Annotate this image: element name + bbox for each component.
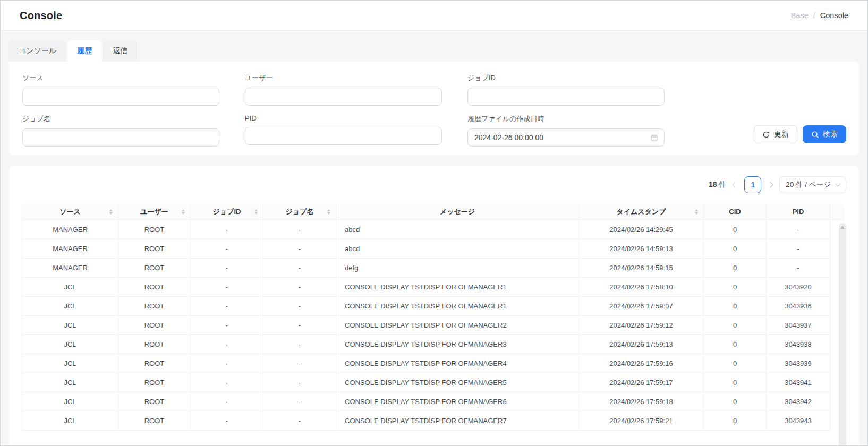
- column-header-6[interactable]: タイムスタンプ: [579, 203, 704, 220]
- cell: 2024/02/26 17:59:13: [579, 335, 704, 354]
- column-header-5: メッセージ: [336, 203, 579, 220]
- cell: -: [767, 239, 830, 259]
- refresh-button[interactable]: 更新: [754, 125, 797, 143]
- column-header-3[interactable]: ジョブID: [191, 203, 263, 220]
- column-header-1[interactable]: ソース: [22, 203, 118, 220]
- cell: MANAGER: [22, 220, 118, 239]
- job-id-label: ジョブID: [467, 73, 665, 83]
- table-row: JCLROOT--CONSOLE DISPLAY TSTDISP FOR OFM…: [22, 278, 845, 297]
- chevron-right-icon: [768, 182, 773, 187]
- cell: JCL: [22, 354, 118, 373]
- cell: ROOT: [118, 316, 191, 335]
- cell: 2024/02/26 17:58:10: [579, 278, 704, 297]
- cell: 0: [704, 297, 767, 316]
- vertical-scrollbar[interactable]: [839, 223, 846, 446]
- table-row: JCLROOT--CONSOLE DISPLAY TSTDISP FOR OFM…: [22, 335, 845, 354]
- breadcrumb-item-base[interactable]: Base: [791, 11, 809, 20]
- cell: ROOT: [118, 373, 191, 392]
- filter-field-job-id: ジョブID: [467, 73, 665, 106]
- next-page-button[interactable]: [768, 183, 772, 187]
- sort-icon[interactable]: [695, 209, 698, 215]
- cell: defg: [336, 259, 579, 278]
- cell: ROOT: [118, 411, 191, 431]
- search-button[interactable]: 検索: [803, 125, 846, 143]
- total-count: 18 件: [709, 180, 726, 190]
- search-button-label: 検索: [823, 130, 838, 139]
- history-date-input[interactable]: 2024-02-26 00:00:00: [467, 128, 665, 147]
- cell: CONSOLE DISPLAY TSTDISP FOR OFMANAGER1: [336, 297, 579, 316]
- source-input[interactable]: [22, 88, 219, 106]
- job-id-input[interactable]: [467, 88, 665, 106]
- sort-icon[interactable]: [109, 209, 113, 215]
- cell: CONSOLE DISPLAY TSTDISP FOR OFMANAGER5: [336, 373, 579, 392]
- pagination: 18 件 1 20 件 / ページ: [22, 176, 846, 193]
- scrollbar-spacer-header: [830, 203, 845, 220]
- cell: JCL: [22, 373, 118, 392]
- cell: JCL: [22, 316, 118, 335]
- cell: 0: [704, 411, 767, 431]
- cell: JCL: [22, 411, 118, 431]
- filter-field-job-name: ジョブ名: [22, 114, 219, 147]
- cell: ROOT: [118, 335, 191, 354]
- refresh-button-label: 更新: [774, 130, 789, 139]
- cell: ROOT: [118, 278, 191, 297]
- reload-icon: [762, 131, 770, 139]
- cell: -: [263, 373, 336, 392]
- tab-history[interactable]: 履歴: [67, 40, 101, 62]
- column-label: CID: [729, 208, 741, 216]
- table-row: MANAGERROOT--abcd2024/02/26 14:29:450-: [22, 220, 845, 239]
- cell: 3043937: [767, 316, 830, 335]
- sort-icon[interactable]: [327, 209, 330, 215]
- cell: abcd: [336, 239, 579, 259]
- tab-console[interactable]: コンソール: [9, 40, 66, 62]
- cell: 3043943: [767, 411, 830, 431]
- filter-field-user: ユーザー: [245, 73, 442, 106]
- cell: 2024/02/26 17:59:21: [579, 411, 704, 431]
- cell: CONSOLE DISPLAY TSTDISP FOR OFMANAGER4: [336, 354, 579, 373]
- pid-input[interactable]: [245, 127, 442, 145]
- table-row: JCLROOT--CONSOLE DISPLAY TSTDISP FOR OFM…: [22, 392, 845, 411]
- column-label: ユーザー: [140, 208, 168, 216]
- cell: CONSOLE DISPLAY TSTDISP FOR OFMANAGER2: [336, 316, 579, 335]
- filter-field-history-date: 履歴ファイルの作成日時 2024-02-26 00:00:00: [467, 114, 665, 147]
- cell: -: [191, 335, 263, 354]
- chevron-left-icon: [733, 182, 738, 187]
- page-size-value: 20 件 / ページ: [786, 180, 831, 190]
- column-label: ソース: [59, 208, 81, 216]
- column-label: PID: [793, 208, 804, 216]
- breadcrumb-separator: /: [813, 11, 815, 20]
- cell: 0: [704, 392, 767, 411]
- filter-field-pid: PID: [245, 114, 442, 147]
- cell: MANAGER: [22, 259, 118, 278]
- cell: 2024/02/26 14:59:13: [579, 239, 704, 259]
- prev-page-button[interactable]: [733, 183, 737, 187]
- job-name-input[interactable]: [22, 128, 219, 147]
- cell: -: [191, 373, 263, 392]
- tab-reply[interactable]: 返信: [103, 40, 137, 62]
- column-header-2[interactable]: ユーザー: [118, 203, 191, 220]
- table-row: MANAGERROOT--defg2024/02/26 14:59:150-: [22, 259, 845, 278]
- page-size-select[interactable]: 20 件 / ページ: [779, 176, 846, 193]
- cell: abcd: [336, 220, 579, 239]
- breadcrumb-item-current: Console: [820, 11, 848, 20]
- column-header-4[interactable]: ジョブ名: [263, 203, 336, 220]
- sort-icon[interactable]: [254, 209, 258, 215]
- calendar-icon[interactable]: [650, 134, 658, 142]
- filter-actions: 更新 検索: [754, 125, 846, 143]
- tab-bar: コンソール 履歴 返信: [9, 40, 859, 62]
- history-table: ソースユーザージョブIDジョブ名メッセージタイムスタンプCIDPID MANAG…: [22, 203, 845, 431]
- cell: 2024/02/26 17:59:16: [579, 354, 704, 373]
- current-page-button[interactable]: 1: [744, 176, 761, 193]
- cell: CONSOLE DISPLAY TSTDISP FOR OFMANAGER7: [336, 411, 579, 431]
- cell: MANAGER: [22, 239, 118, 259]
- cell: 3043936: [767, 297, 830, 316]
- job-name-label: ジョブ名: [22, 114, 219, 124]
- filter-field-source: ソース: [22, 73, 219, 106]
- cell: -: [191, 392, 263, 411]
- total-count-number: 18: [709, 180, 717, 188]
- user-input[interactable]: [245, 88, 442, 106]
- sort-icon[interactable]: [182, 209, 185, 215]
- cell: 0: [704, 354, 767, 373]
- cell: 3043939: [767, 354, 830, 373]
- cell: ROOT: [118, 297, 191, 316]
